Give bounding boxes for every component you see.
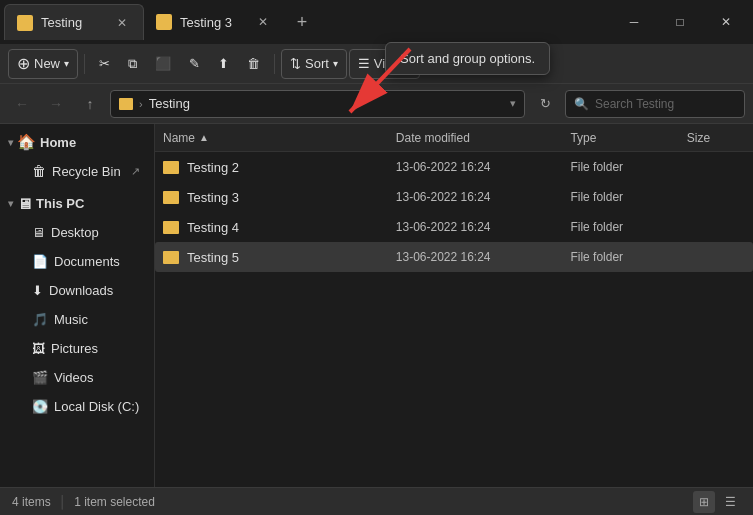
sidebar-pictures[interactable]: 🖼 Pictures — [4, 334, 150, 362]
search-icon: 🔍 — [574, 97, 589, 111]
cut-button[interactable]: ✂ — [91, 49, 118, 79]
refresh-button[interactable]: ↻ — [531, 90, 559, 118]
sidebar-desktop[interactable]: 🖥 Desktop — [4, 218, 150, 246]
sidebar-local-disk[interactable]: 💽 Local Disk (C:) — [4, 392, 150, 420]
title-bar: Testing ✕ Testing 3 ✕ + ─ □ ✕ — [0, 0, 753, 44]
copy-button[interactable]: ⧉ — [120, 49, 145, 79]
recycle-bin-icon: 🗑 — [32, 163, 46, 179]
status-separator: │ — [59, 495, 67, 509]
addr-dropdown-chevron[interactable]: ▾ — [510, 97, 516, 110]
sidebar-documents[interactable]: 📄 Documents — [4, 247, 150, 275]
folder-icon-testing2 — [163, 161, 179, 174]
thispc-chevron: ▾ — [8, 198, 13, 209]
maximize-button[interactable]: □ — [657, 4, 703, 40]
window-controls: ─ □ ✕ — [611, 4, 749, 40]
nav-back-button[interactable]: ← — [8, 90, 36, 118]
folder-icon-testing4 — [163, 221, 179, 234]
view-grid-button[interactable]: ⊞ — [693, 491, 715, 513]
delete-icon: 🗑 — [247, 56, 260, 71]
pictures-icon: 🖼 — [32, 341, 45, 356]
item-count: 4 items — [12, 495, 51, 509]
music-icon: 🎵 — [32, 312, 48, 327]
documents-icon: 📄 — [32, 254, 48, 269]
copy-icon: ⧉ — [128, 56, 137, 72]
col-type-header[interactable]: Type — [570, 131, 686, 145]
desktop-icon: 🖥 — [32, 225, 45, 240]
addr-folder-icon — [119, 98, 133, 110]
tab-folder-icon2 — [156, 14, 172, 30]
paste-button[interactable]: ⬛ — [147, 49, 179, 79]
new-chevron: ▾ — [64, 58, 69, 69]
sort-button[interactable]: ⇅ Sort ▾ — [281, 49, 347, 79]
file-row-testing5[interactable]: Testing 5 13-06-2022 16:24 File folder — [155, 242, 753, 272]
address-bar[interactable]: › Testing ▾ — [110, 90, 525, 118]
selected-count: 1 item selected — [74, 495, 155, 509]
new-tab-button[interactable]: + — [284, 4, 320, 40]
nav-up-button[interactable]: ↑ — [76, 90, 104, 118]
videos-icon: 🎬 — [32, 370, 48, 385]
recycle-bin-badge: ↗ — [131, 165, 140, 178]
search-box[interactable]: 🔍 Search Testing — [565, 90, 745, 118]
toolbar: ⊕ New ▾ ✂ ⧉ ⬛ ✎ ⬆ 🗑 ⇅ Sort ▾ ☰ View ▾ ··… — [0, 44, 753, 84]
rename-button[interactable]: ✎ — [181, 49, 208, 79]
sort-indicator: ▲ — [199, 132, 209, 143]
toolbar-separator1 — [84, 54, 85, 74]
view-list-button[interactable]: ☰ — [719, 491, 741, 513]
status-bar: 4 items │ 1 item selected ⊞ ☰ — [0, 487, 753, 515]
new-button[interactable]: ⊕ New ▾ — [8, 49, 78, 79]
tab-testing3[interactable]: Testing 3 ✕ — [144, 4, 284, 40]
sidebar-recycle-bin[interactable]: 🗑 Recycle Bin ↗ — [4, 157, 150, 185]
delete-button[interactable]: 🗑 — [239, 49, 268, 79]
sidebar-downloads[interactable]: ⬇ Downloads — [4, 276, 150, 304]
toolbar-separator2 — [274, 54, 275, 74]
paste-icon: ⬛ — [155, 56, 171, 71]
view-icon: ☰ — [358, 56, 370, 71]
folder-icon-testing5 — [163, 251, 179, 264]
sidebar-music[interactable]: 🎵 Music — [4, 305, 150, 333]
sidebar-thispc-section[interactable]: ▾ 🖥 This PC — [0, 189, 154, 217]
sort-icon: ⇅ — [290, 56, 301, 71]
file-pane: Name ▲ Date modified Type Size Testing 2… — [155, 124, 753, 487]
col-name-header[interactable]: Name ▲ — [163, 131, 396, 145]
tab-testing-label: Testing — [41, 15, 82, 30]
close-button[interactable]: ✕ — [703, 4, 749, 40]
folder-icon-testing3 — [163, 191, 179, 204]
file-row-testing4[interactable]: Testing 4 13-06-2022 16:24 File folder — [155, 212, 753, 242]
tab-testing3-label: Testing 3 — [180, 15, 232, 30]
sidebar-videos[interactable]: 🎬 Videos — [4, 363, 150, 391]
sidebar: ▾ 🏠 Home 🗑 Recycle Bin ↗ ▾ 🖥 This PC 🖥 D… — [0, 124, 155, 487]
address-bar-row: ← → ↑ › Testing ▾ ↻ 🔍 Search Testing — [0, 84, 753, 124]
disk-icon: 💽 — [32, 399, 48, 414]
main-area: ▾ 🏠 Home 🗑 Recycle Bin ↗ ▾ 🖥 This PC 🖥 D… — [0, 124, 753, 487]
share-icon: ⬆ — [218, 56, 229, 71]
downloads-icon: ⬇ — [32, 283, 43, 298]
minimize-button[interactable]: ─ — [611, 4, 657, 40]
cut-icon: ✂ — [99, 56, 110, 71]
tab-folder-icon — [17, 15, 33, 31]
addr-separator: › — [139, 98, 143, 110]
rename-icon: ✎ — [189, 56, 200, 71]
tab-testing3-close[interactable]: ✕ — [254, 13, 272, 31]
file-row-testing3[interactable]: Testing 3 13-06-2022 16:24 File folder — [155, 182, 753, 212]
sort-chevron: ▾ — [333, 58, 338, 69]
column-headers: Name ▲ Date modified Type Size — [155, 124, 753, 152]
nav-forward-button[interactable]: → — [42, 90, 70, 118]
share-button[interactable]: ⬆ — [210, 49, 237, 79]
tab-testing[interactable]: Testing ✕ — [4, 4, 144, 40]
home-icon: 🏠 — [17, 133, 36, 151]
col-date-header[interactable]: Date modified — [396, 131, 571, 145]
file-row-testing2[interactable]: Testing 2 13-06-2022 16:24 File folder — [155, 152, 753, 182]
new-plus-icon: ⊕ — [17, 54, 30, 73]
sidebar-home-section[interactable]: ▾ 🏠 Home — [0, 128, 154, 156]
thispc-icon: 🖥 — [17, 195, 32, 212]
home-chevron: ▾ — [8, 137, 13, 148]
tab-testing-close[interactable]: ✕ — [113, 14, 131, 32]
col-size-header[interactable]: Size — [687, 131, 745, 145]
sort-tooltip: Sort and group options. — [385, 42, 550, 75]
